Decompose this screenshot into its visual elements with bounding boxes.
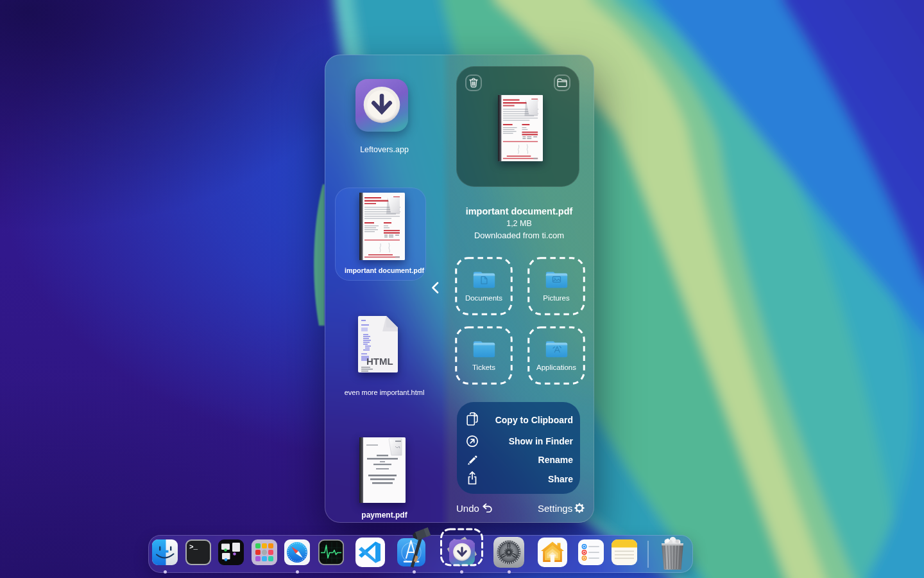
svg-text:>_: >_ [189, 543, 198, 551]
